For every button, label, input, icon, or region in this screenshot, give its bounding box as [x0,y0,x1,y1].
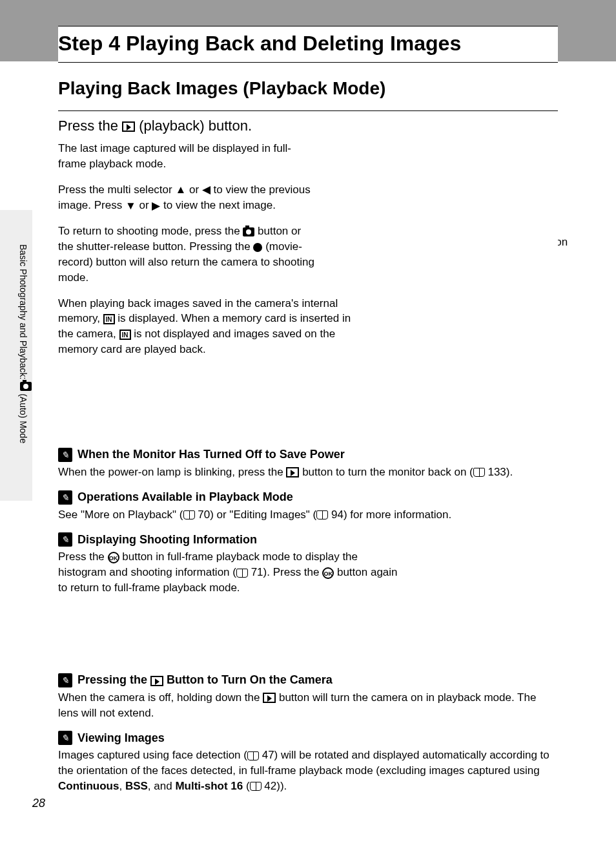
book-icon [236,569,248,578]
playback-icon [263,693,276,703]
note-viewing-images: ✎ Viewing Images Images captured using f… [58,731,558,793]
arrow-left-icon [202,182,210,198]
rule-under-section [58,110,558,111]
note-title: Displaying Shooting Information [77,533,257,547]
text-bold: Continuous [58,780,119,792]
text: Press the multi selector [58,183,175,196]
note-title: When the Monitor Has Turned Off to Save … [77,448,345,461]
text: To return to shooting mode, press the [58,225,243,237]
text: Press the [58,550,108,563]
record-dot-icon [253,243,262,252]
arrow-up-icon [175,182,186,198]
text: button to turn the monitor back on ( [299,466,473,478]
text: ( [243,780,249,792]
text: See "More on Playback" ( [58,508,183,521]
text: Press the [58,118,122,134]
text: Pressing the [77,673,150,686]
book-icon [473,468,485,477]
paragraph: To return to shooting mode, press the bu… [58,224,316,285]
camera-icon [20,382,32,391]
note-body: See "More on Playback" ( 70) or "Editing… [58,507,558,523]
book-icon [183,510,195,519]
text: When the power-on lamp is blinking, pres… [58,466,286,478]
note-body: When the camera is off, holding down the… [58,690,558,721]
playback-icon [286,467,299,477]
note-operations-available: ✎ Operations Available in Playback Mode … [58,490,558,523]
ok-icon: OK [322,567,334,579]
note-body: When the power-on lamp is blinking, pres… [58,465,558,480]
text-bold: BSS [125,780,148,792]
text: 42)). [262,780,287,792]
section-title: Playing Back Images (Playback Mode) [58,78,558,99]
book-icon [247,751,259,760]
note-body: Press the OK button in full-frame playba… [58,549,400,595]
pencil-icon: ✎ [58,673,72,687]
pencil-icon: ✎ [58,731,72,745]
text: or [186,183,202,196]
text: 70) or "Editing Images" ( [195,508,317,521]
rule-under-step [58,62,558,63]
internal-memory-icon: IN [119,330,131,340]
pencil-icon: ✎ [58,448,72,462]
note-monitor-off: ✎ When the Monitor Has Turned Off to Sav… [58,448,558,480]
text-bold: Multi-shot 16 [175,780,243,792]
note-title: Viewing Images [77,731,165,745]
rule-top [58,26,558,26]
text: , and [148,780,176,792]
text: to view the next image. [160,199,276,211]
book-icon [250,782,262,791]
instruction-heading: Press the (playback) button. [58,118,558,134]
text: 94) for more information. [328,508,451,521]
pencil-icon: ✎ [58,490,72,505]
note-body: Images captured using face detection ( 4… [58,748,558,793]
text: or [136,199,152,211]
playback-icon [122,121,135,132]
pencil-icon: ✎ [58,532,72,547]
note-title: Operations Available in Playback Mode [77,490,293,504]
note-title: Pressing the Button to Turn On the Camer… [77,673,333,687]
note-turn-on-camera: ✎ Pressing the Button to Turn On the Cam… [58,673,558,721]
text: When the camera is off, holding down the [58,691,263,704]
arrow-right-icon [152,198,160,214]
book-icon [316,510,328,519]
text: , [119,780,125,792]
ok-icon: OK [108,552,119,563]
internal-memory-icon: IN [103,314,115,324]
side-tab-text: Basic Photography and Playback: (Auto) M… [18,244,32,443]
text: Images captured using face detection ( [58,749,247,761]
paragraph: Press the multi selector or to view the … [58,182,316,214]
text: Button to Turn On the Camera [163,673,333,686]
paragraph: When playing back images saved in the ca… [58,296,368,357]
text: (playback) button. [135,118,252,134]
paragraph: The last image captured will be displaye… [58,141,316,172]
arrow-down-icon [125,198,136,214]
text: 133). [485,466,513,478]
step-title: Step 4 Playing Back and Deleting Images [58,32,558,56]
note-shooting-info: ✎ Displaying Shooting Information Press … [58,532,558,595]
playback-icon [150,676,163,686]
camera-icon [243,227,254,236]
text: 71). Press the [248,566,322,578]
